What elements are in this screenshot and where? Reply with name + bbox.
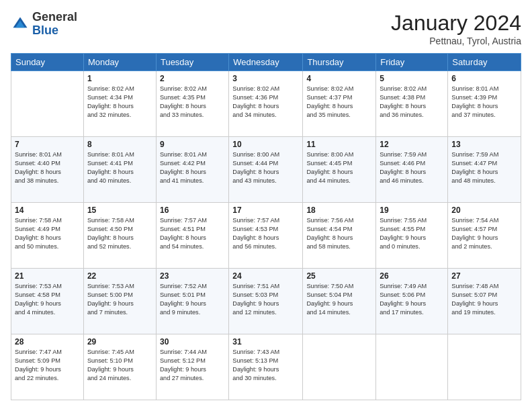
weekday-header-sunday: Sunday bbox=[11, 54, 84, 71]
calendar-cell: 7Sunrise: 8:01 AM Sunset: 4:40 PM Daylig… bbox=[11, 137, 84, 203]
day-number: 16 bbox=[160, 205, 225, 215]
day-info: Sunrise: 8:01 AM Sunset: 4:39 PM Dayligh… bbox=[451, 85, 517, 120]
day-number: 20 bbox=[451, 205, 517, 215]
day-info: Sunrise: 8:00 AM Sunset: 4:45 PM Dayligh… bbox=[306, 150, 372, 185]
calendar-cell: 17Sunrise: 7:57 AM Sunset: 4:53 PM Dayli… bbox=[229, 203, 303, 269]
day-number: 14 bbox=[15, 205, 80, 215]
day-info: Sunrise: 7:43 AM Sunset: 5:13 PM Dayligh… bbox=[232, 348, 299, 383]
day-number: 24 bbox=[232, 271, 299, 281]
day-info: Sunrise: 7:57 AM Sunset: 4:51 PM Dayligh… bbox=[160, 216, 225, 251]
day-info: Sunrise: 8:01 AM Sunset: 4:40 PM Dayligh… bbox=[15, 150, 80, 185]
day-info: Sunrise: 8:00 AM Sunset: 4:44 PM Dayligh… bbox=[232, 150, 299, 185]
day-number: 2 bbox=[160, 74, 225, 83]
day-info: Sunrise: 7:56 AM Sunset: 4:54 PM Dayligh… bbox=[306, 216, 372, 251]
logo-blue: Blue bbox=[32, 24, 77, 38]
day-number: 6 bbox=[451, 74, 517, 83]
day-number: 29 bbox=[87, 337, 152, 347]
calendar-cell: 10Sunrise: 8:00 AM Sunset: 4:44 PM Dayli… bbox=[229, 137, 303, 203]
day-info: Sunrise: 7:50 AM Sunset: 5:04 PM Dayligh… bbox=[306, 282, 372, 317]
calendar-cell: 26Sunrise: 7:49 AM Sunset: 5:06 PM Dayli… bbox=[376, 269, 448, 334]
calendar-cell: 30Sunrise: 7:44 AM Sunset: 5:12 PM Dayli… bbox=[156, 334, 228, 400]
day-info: Sunrise: 7:58 AM Sunset: 4:49 PM Dayligh… bbox=[15, 216, 80, 251]
calendar-cell: 1Sunrise: 8:02 AM Sunset: 4:34 PM Daylig… bbox=[83, 71, 156, 137]
day-number: 28 bbox=[15, 337, 80, 347]
calendar-cell: 27Sunrise: 7:48 AM Sunset: 5:07 PM Dayli… bbox=[448, 269, 521, 334]
day-number: 3 bbox=[232, 74, 299, 83]
day-info: Sunrise: 8:01 AM Sunset: 4:42 PM Dayligh… bbox=[160, 150, 225, 185]
week-row-0: 1Sunrise: 8:02 AM Sunset: 4:34 PM Daylig… bbox=[11, 71, 521, 137]
day-number: 12 bbox=[380, 140, 444, 149]
calendar-cell bbox=[11, 71, 84, 137]
calendar-cell: 18Sunrise: 7:56 AM Sunset: 4:54 PM Dayli… bbox=[303, 203, 376, 269]
day-info: Sunrise: 8:02 AM Sunset: 4:35 PM Dayligh… bbox=[160, 85, 225, 120]
day-info: Sunrise: 7:54 AM Sunset: 4:57 PM Dayligh… bbox=[451, 216, 517, 251]
day-number: 31 bbox=[232, 337, 299, 347]
day-number: 22 bbox=[87, 271, 152, 281]
calendar-cell: 9Sunrise: 8:01 AM Sunset: 4:42 PM Daylig… bbox=[156, 137, 228, 203]
page: General Blue January 2024 Pettnau, Tyrol… bbox=[0, 0, 532, 411]
day-number: 11 bbox=[306, 140, 372, 149]
day-info: Sunrise: 7:57 AM Sunset: 4:53 PM Dayligh… bbox=[232, 216, 299, 251]
calendar-cell: 5Sunrise: 8:02 AM Sunset: 4:38 PM Daylig… bbox=[376, 71, 448, 137]
day-info: Sunrise: 7:53 AM Sunset: 4:58 PM Dayligh… bbox=[15, 282, 80, 317]
location: Pettnau, Tyrol, Austria bbox=[391, 36, 521, 46]
calendar-cell bbox=[303, 334, 376, 400]
day-number: 7 bbox=[15, 140, 80, 149]
calendar-cell: 12Sunrise: 7:59 AM Sunset: 4:46 PM Dayli… bbox=[376, 137, 448, 203]
weekday-header-friday: Friday bbox=[376, 54, 448, 71]
day-info: Sunrise: 8:02 AM Sunset: 4:36 PM Dayligh… bbox=[232, 85, 299, 120]
weekday-header-thursday: Thursday bbox=[303, 54, 376, 71]
day-number: 30 bbox=[160, 337, 225, 347]
calendar-cell: 28Sunrise: 7:47 AM Sunset: 5:09 PM Dayli… bbox=[11, 334, 84, 400]
weekday-header-tuesday: Tuesday bbox=[156, 54, 228, 71]
day-number: 1 bbox=[87, 74, 152, 83]
day-info: Sunrise: 8:02 AM Sunset: 4:37 PM Dayligh… bbox=[306, 85, 372, 120]
day-number: 4 bbox=[306, 74, 372, 83]
week-row-3: 21Sunrise: 7:53 AM Sunset: 4:58 PM Dayli… bbox=[11, 269, 521, 334]
day-number: 8 bbox=[87, 140, 152, 149]
day-info: Sunrise: 7:53 AM Sunset: 5:00 PM Dayligh… bbox=[87, 282, 152, 317]
weekday-header-row: SundayMondayTuesdayWednesdayThursdayFrid… bbox=[11, 54, 521, 71]
week-row-1: 7Sunrise: 8:01 AM Sunset: 4:40 PM Daylig… bbox=[11, 137, 521, 203]
calendar-table: SundayMondayTuesdayWednesdayThursdayFrid… bbox=[11, 53, 521, 400]
day-number: 13 bbox=[451, 140, 517, 149]
calendar-cell: 8Sunrise: 8:01 AM Sunset: 4:41 PM Daylig… bbox=[83, 137, 156, 203]
day-number: 19 bbox=[380, 205, 444, 215]
calendar-cell: 14Sunrise: 7:58 AM Sunset: 4:49 PM Dayli… bbox=[11, 203, 84, 269]
day-info: Sunrise: 7:58 AM Sunset: 4:50 PM Dayligh… bbox=[87, 216, 152, 251]
day-info: Sunrise: 7:44 AM Sunset: 5:12 PM Dayligh… bbox=[160, 348, 225, 383]
calendar-cell: 16Sunrise: 7:57 AM Sunset: 4:51 PM Dayli… bbox=[156, 203, 228, 269]
week-row-4: 28Sunrise: 7:47 AM Sunset: 5:09 PM Dayli… bbox=[11, 334, 521, 400]
day-number: 15 bbox=[87, 205, 152, 215]
day-info: Sunrise: 8:02 AM Sunset: 4:34 PM Dayligh… bbox=[87, 85, 152, 120]
calendar-cell: 3Sunrise: 8:02 AM Sunset: 4:36 PM Daylig… bbox=[229, 71, 303, 137]
day-number: 17 bbox=[232, 205, 299, 215]
day-number: 25 bbox=[306, 271, 372, 281]
logo-text: General Blue bbox=[32, 11, 77, 38]
logo: General Blue bbox=[11, 11, 77, 38]
day-number: 21 bbox=[15, 271, 80, 281]
calendar-cell bbox=[376, 334, 448, 400]
weekday-header-monday: Monday bbox=[83, 54, 156, 71]
calendar-cell: 29Sunrise: 7:45 AM Sunset: 5:10 PM Dayli… bbox=[83, 334, 156, 400]
calendar-cell: 25Sunrise: 7:50 AM Sunset: 5:04 PM Dayli… bbox=[303, 269, 376, 334]
calendar-cell: 21Sunrise: 7:53 AM Sunset: 4:58 PM Dayli… bbox=[11, 269, 84, 334]
day-number: 27 bbox=[451, 271, 517, 281]
day-number: 9 bbox=[160, 140, 225, 149]
calendar-cell: 2Sunrise: 8:02 AM Sunset: 4:35 PM Daylig… bbox=[156, 71, 228, 137]
calendar-cell: 31Sunrise: 7:43 AM Sunset: 5:13 PM Dayli… bbox=[229, 334, 303, 400]
calendar-cell: 22Sunrise: 7:53 AM Sunset: 5:00 PM Dayli… bbox=[83, 269, 156, 334]
day-number: 5 bbox=[380, 74, 444, 83]
calendar-cell: 20Sunrise: 7:54 AM Sunset: 4:57 PM Dayli… bbox=[448, 203, 521, 269]
calendar-cell: 13Sunrise: 7:59 AM Sunset: 4:47 PM Dayli… bbox=[448, 137, 521, 203]
day-info: Sunrise: 7:52 AM Sunset: 5:01 PM Dayligh… bbox=[160, 282, 225, 317]
day-info: Sunrise: 8:01 AM Sunset: 4:41 PM Dayligh… bbox=[87, 150, 152, 185]
weekday-header-wednesday: Wednesday bbox=[229, 54, 303, 71]
day-info: Sunrise: 7:47 AM Sunset: 5:09 PM Dayligh… bbox=[15, 348, 80, 383]
logo-icon bbox=[11, 15, 30, 34]
day-number: 10 bbox=[232, 140, 299, 149]
day-number: 18 bbox=[306, 205, 372, 215]
calendar-cell: 15Sunrise: 7:58 AM Sunset: 4:50 PM Dayli… bbox=[83, 203, 156, 269]
week-row-2: 14Sunrise: 7:58 AM Sunset: 4:49 PM Dayli… bbox=[11, 203, 521, 269]
day-info: Sunrise: 7:49 AM Sunset: 5:06 PM Dayligh… bbox=[380, 282, 444, 317]
